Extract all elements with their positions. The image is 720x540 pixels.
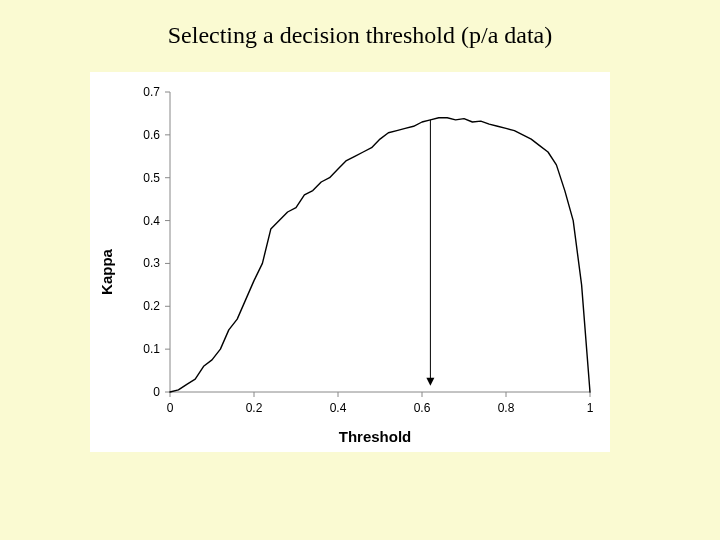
chart-panel: 00.10.20.30.40.50.60.700.20.40.60.81 Kap… <box>90 72 610 452</box>
y-tick-label: 0 <box>153 385 160 399</box>
slide: Selecting a decision threshold (p/a data… <box>0 0 720 540</box>
y-tick-label: 0.1 <box>143 342 160 356</box>
y-axis-label: Kappa <box>98 248 115 295</box>
y-tick-label: 0.2 <box>143 299 160 313</box>
x-axis-label: Threshold <box>339 428 412 445</box>
y-tick-label: 0.3 <box>143 256 160 270</box>
x-tick-label: 0.8 <box>498 401 515 415</box>
x-tick-label: 1 <box>587 401 594 415</box>
y-tick-label: 0.4 <box>143 214 160 228</box>
page-title: Selecting a decision threshold (p/a data… <box>0 22 720 49</box>
x-tick-label: 0.4 <box>330 401 347 415</box>
y-tick-label: 0.5 <box>143 171 160 185</box>
x-tick-label: 0 <box>167 401 174 415</box>
arrowhead-icon <box>426 378 434 386</box>
kappa-threshold-chart: 00.10.20.30.40.50.60.700.20.40.60.81 Kap… <box>90 72 610 452</box>
y-tick-label: 0.7 <box>143 85 160 99</box>
x-tick-label: 0.2 <box>246 401 263 415</box>
kappa-curve <box>170 118 590 392</box>
x-tick-label: 0.6 <box>414 401 431 415</box>
y-tick-label: 0.6 <box>143 128 160 142</box>
